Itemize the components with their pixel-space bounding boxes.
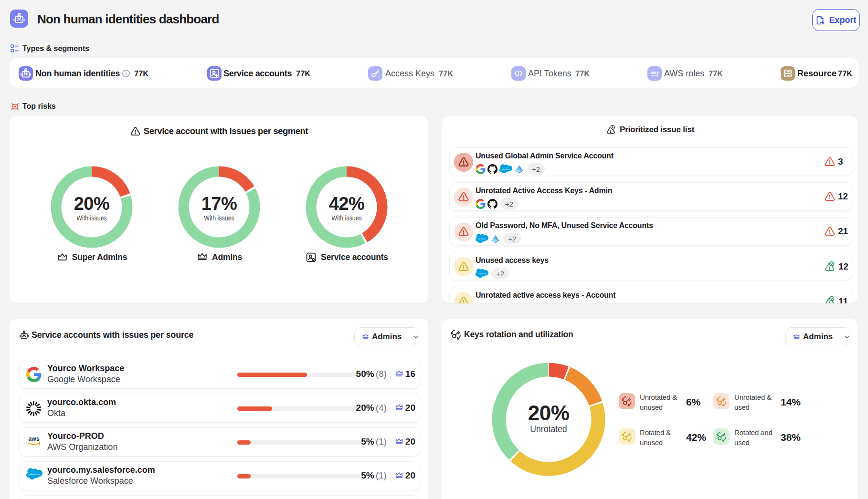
svg-text:salesforce: salesforce <box>501 168 510 171</box>
svg-text:salesforce: salesforce <box>477 238 487 240</box>
svg-text:aws: aws <box>650 70 659 75</box>
svg-text:aws: aws <box>28 436 40 442</box>
svg-text:salesforce: salesforce <box>477 273 487 275</box>
svg-text:salesforce: salesforce <box>28 473 40 476</box>
